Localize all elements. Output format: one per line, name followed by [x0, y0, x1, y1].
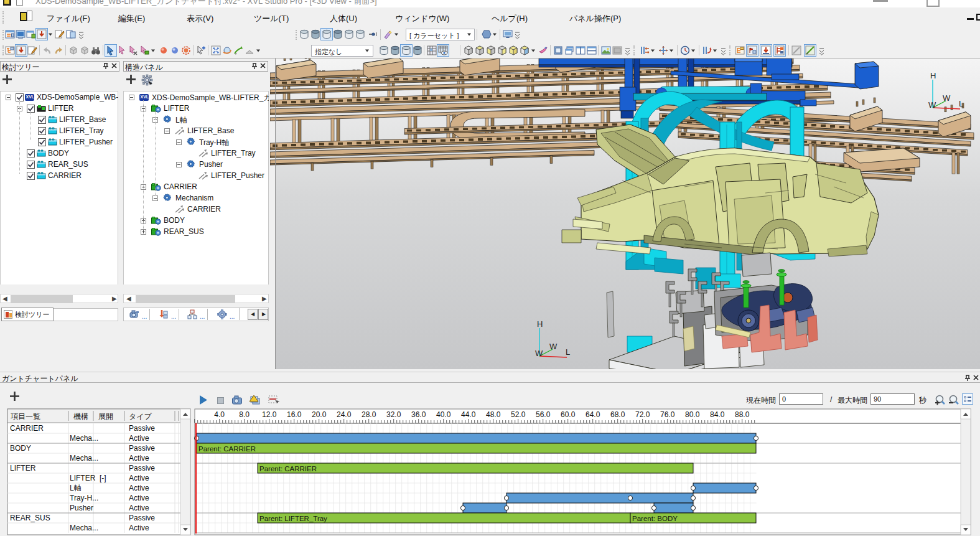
svg-text:項目一覧: 項目一覧 [11, 412, 40, 421]
svg-text:W: W [549, 342, 558, 351]
svg-text:16.0: 16.0 [287, 410, 302, 419]
svg-text:40.0: 40.0 [436, 410, 451, 419]
svg-text:28.0: 28.0 [362, 410, 376, 419]
svg-text:L軸: L軸 [70, 484, 82, 492]
svg-text:80.0: 80.0 [685, 410, 700, 419]
svg-text:Passive: Passive [129, 424, 155, 433]
svg-text:Passive: Passive [129, 444, 155, 453]
svg-text:32.0: 32.0 [386, 410, 401, 419]
svg-text:Parent: BODY: Parent: BODY [632, 515, 678, 522]
svg-text:Mecha...: Mecha... [70, 434, 98, 443]
svg-text:84.0: 84.0 [710, 410, 725, 419]
svg-text:Passive: Passive [129, 464, 155, 473]
svg-text:Passive: Passive [129, 514, 155, 522]
svg-text:60.0: 60.0 [561, 410, 576, 419]
svg-text:Active: Active [129, 524, 149, 532]
svg-text:LIFTER: LIFTER [10, 464, 36, 473]
svg-text:20.0: 20.0 [312, 410, 327, 419]
svg-text:36.0: 36.0 [411, 410, 426, 419]
svg-text:Active: Active [129, 494, 149, 502]
svg-text:[-]: [-] [100, 474, 106, 482]
svg-text:88.0: 88.0 [735, 410, 750, 419]
svg-text:8.0: 8.0 [239, 410, 250, 419]
svg-text:Mecha...: Mecha... [70, 524, 98, 532]
svg-text:Active: Active [129, 434, 149, 443]
svg-text:CARRIER: CARRIER [10, 424, 44, 433]
svg-text:Active: Active [129, 504, 149, 512]
svg-text:H: H [930, 71, 936, 80]
svg-text:BODY: BODY [10, 444, 31, 453]
svg-text:4.0: 4.0 [214, 410, 225, 419]
svg-text:Parent: LIFTER_Tray: Parent: LIFTER_Tray [259, 515, 327, 522]
svg-text:52.0: 52.0 [511, 410, 526, 419]
svg-text:H: H [537, 319, 543, 329]
svg-text:76.0: 76.0 [660, 410, 675, 419]
svg-text:Active: Active [129, 474, 149, 482]
svg-text:64.0: 64.0 [586, 410, 600, 419]
svg-text:W: W [928, 100, 936, 110]
svg-text:24.0: 24.0 [337, 410, 352, 419]
svg-text:68.0: 68.0 [610, 410, 625, 419]
svg-text:48.0: 48.0 [486, 410, 501, 419]
svg-text:W: W [535, 349, 543, 358]
svg-text:W: W [943, 93, 951, 103]
svg-text:Active: Active [129, 454, 149, 463]
svg-text:機構: 機構 [73, 412, 88, 421]
svg-text:Parent: CARRIER: Parent: CARRIER [259, 465, 317, 473]
svg-text:タイプ: タイプ [129, 412, 152, 421]
svg-text:56.0: 56.0 [536, 410, 551, 419]
svg-text:Parent: CARRIER: Parent: CARRIER [198, 445, 256, 453]
svg-text:72.0: 72.0 [635, 410, 650, 419]
svg-text:LIFTER: LIFTER [70, 474, 96, 482]
svg-text:Pusher: Pusher [70, 504, 93, 512]
svg-text:12.0: 12.0 [262, 410, 277, 419]
svg-text:L: L [566, 347, 570, 357]
svg-text:L: L [959, 99, 963, 108]
svg-text:Tray-H...: Tray-H... [70, 494, 98, 502]
svg-text:Active: Active [129, 484, 149, 492]
svg-text:Mecha...: Mecha... [70, 454, 98, 463]
svg-text:44.0: 44.0 [461, 410, 476, 419]
svg-text:REAR_SUS: REAR_SUS [10, 514, 50, 522]
svg-text:展開: 展開 [98, 412, 113, 421]
